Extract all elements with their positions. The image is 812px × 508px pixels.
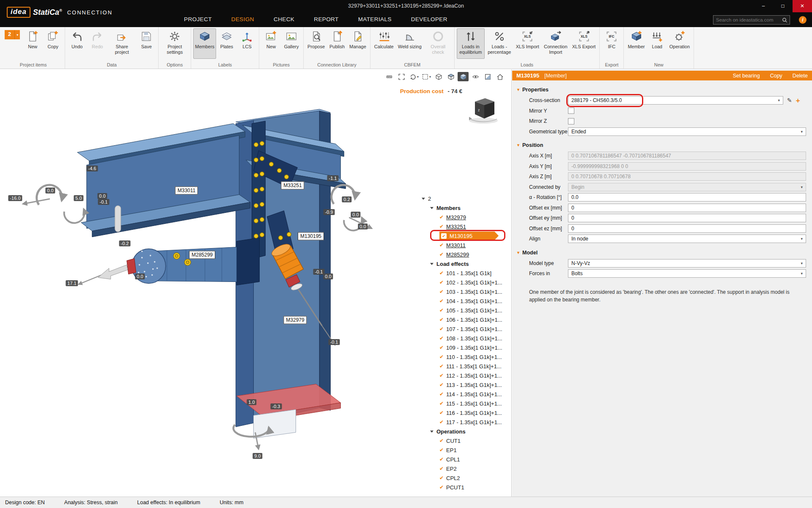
home-view-button[interactable] bbox=[494, 72, 505, 81]
ribbon-btn-load[interactable]: Load bbox=[647, 28, 667, 59]
member-label-m33251[interactable]: M33251 bbox=[281, 182, 304, 190]
mirror-y-checkbox[interactable] bbox=[568, 108, 574, 114]
view-wireframe-button[interactable] bbox=[433, 72, 444, 81]
action-copy[interactable]: Copy bbox=[770, 73, 782, 79]
tree-item-112-1-35x-1-g1k-1[interactable]: ✔112 - 1.35x[1 G1k]+1... bbox=[421, 371, 511, 380]
offset-ez-mm-input[interactable]: 0 bbox=[568, 224, 806, 233]
ribbon-btn-project-settings[interactable]: Project settings bbox=[161, 28, 189, 59]
offset-ex-mm-input[interactable]: 0 bbox=[568, 204, 806, 212]
action-delete[interactable]: Delete bbox=[793, 73, 808, 79]
model-type-select[interactable]: N-Vy-Vz▾ bbox=[568, 259, 806, 268]
check-icon[interactable]: ✔ bbox=[439, 438, 444, 444]
check-icon[interactable]: ✔ bbox=[439, 410, 444, 416]
ribbon-btn-manage[interactable]: Manage bbox=[348, 28, 368, 59]
tree-item-pcut1[interactable]: ✔PCUT1 bbox=[421, 483, 511, 492]
ribbon-btn-overall-check[interactable]: Overall check bbox=[424, 28, 452, 59]
tree-item-m33011[interactable]: ✔M33011 bbox=[421, 240, 511, 250]
tree-section-members[interactable]: Members bbox=[421, 203, 511, 213]
ribbon-btn-member[interactable]: Member bbox=[626, 28, 646, 59]
rotation-input[interactable]: 0.0 bbox=[568, 193, 806, 202]
mirror-z-checkbox[interactable] bbox=[568, 118, 574, 124]
align-select[interactable]: In node▾ bbox=[568, 235, 806, 243]
ribbon-btn-xls-export[interactable]: XLSXLS Export bbox=[571, 28, 598, 59]
ribbon-btn-xls-import[interactable]: XLSXLS Import bbox=[514, 28, 541, 59]
add-icon[interactable]: + bbox=[796, 97, 800, 104]
ribbon-btn-connection-import[interactable]: Connection Import bbox=[542, 28, 570, 59]
ribbon-btn-copy[interactable]: Copy bbox=[43, 28, 63, 59]
check-icon[interactable]: ✔ bbox=[439, 419, 444, 425]
menu-tab-report[interactable]: REPORT bbox=[304, 13, 348, 27]
ribbon-btn-loads-in-equilibrium[interactable]: Loads in equilibrium bbox=[457, 28, 485, 59]
ribbon-btn-new[interactable]: New bbox=[23, 28, 42, 59]
ribbon-btn-gallery[interactable]: Gallery bbox=[282, 28, 301, 59]
check-icon[interactable]: ✔ bbox=[439, 270, 444, 276]
section-position[interactable]: ▾Position bbox=[517, 142, 806, 148]
check-icon[interactable]: ✔ bbox=[439, 382, 444, 388]
visibility-button[interactable] bbox=[470, 72, 481, 81]
ribbon-btn-publish[interactable]: Publish bbox=[327, 28, 347, 59]
search-icon[interactable] bbox=[782, 17, 787, 23]
tree-item-106-1-35x-1-g1k-1[interactable]: ✔106 - 1.35x[1 G1k]+1... bbox=[421, 315, 511, 324]
dimensions-button[interactable] bbox=[384, 72, 395, 81]
ribbon-btn-plates[interactable]: Plates bbox=[217, 28, 236, 59]
tree-root[interactable]: 2 bbox=[421, 194, 511, 203]
info-icon[interactable]: i bbox=[799, 16, 807, 24]
ribbon-btn-ifc[interactable]: IFCIFC bbox=[602, 28, 621, 59]
tree-item-117-1-35x-1-g1k-1[interactable]: ✔117 - 1.35x[1 G1k]+1... bbox=[421, 417, 511, 427]
tree-item-116-1-35x-1-g1k-1[interactable]: ✔116 - 1.35x[1 G1k]+1... bbox=[421, 408, 511, 417]
ribbon-btn-new[interactable]: New bbox=[261, 28, 281, 59]
view-solid-button[interactable] bbox=[458, 72, 469, 81]
check-icon[interactable]: ✔ bbox=[439, 475, 444, 481]
menu-tab-design[interactable]: DESIGN bbox=[222, 13, 264, 27]
tree-item-m130195[interactable]: ✔M130195 bbox=[421, 231, 511, 240]
search-box[interactable] bbox=[713, 15, 790, 25]
section-model[interactable]: ▾Model bbox=[517, 250, 806, 256]
member-m285299-shape[interactable] bbox=[127, 247, 237, 284]
menu-tab-project[interactable]: PROJECT bbox=[174, 13, 222, 27]
action-set-bearing[interactable]: Set bearing bbox=[733, 73, 760, 79]
ribbon-btn-loads-percentage[interactable]: Loads - percentage bbox=[486, 28, 513, 59]
ribbon-btn-calculate[interactable]: Calculate bbox=[373, 28, 395, 59]
check-icon[interactable]: ✔ bbox=[439, 289, 444, 295]
check-icon[interactable]: ✔ bbox=[439, 391, 444, 397]
check-icon[interactable]: ✔ bbox=[439, 466, 444, 472]
ribbon-btn-propose[interactable]: Propose bbox=[306, 28, 326, 59]
forces-in-select[interactable]: Bolts▾ bbox=[568, 269, 806, 278]
zoom-fit-button[interactable] bbox=[396, 72, 407, 81]
check-icon[interactable]: ✔ bbox=[439, 400, 444, 406]
cross-section-select[interactable]: 288179 - CHS60.3/5.0▾ bbox=[568, 96, 783, 105]
view-shaded-button[interactable] bbox=[445, 72, 456, 81]
menu-tab-materials[interactable]: MATERIALS bbox=[348, 13, 401, 27]
model-viewport[interactable]: ▾▾ Production cost - 74 € z -4.60.0-16.0… bbox=[0, 69, 512, 497]
axis-y-m-input[interactable]: -0.999999998321968 0 0 bbox=[568, 162, 806, 171]
check-icon[interactable]: ✔ bbox=[439, 354, 444, 360]
member-label-m285299[interactable]: M285299 bbox=[189, 251, 215, 259]
menu-tab-developer[interactable]: DEVELOPER bbox=[401, 13, 457, 27]
offset-ey-mm-input[interactable]: 0 bbox=[568, 214, 806, 222]
check-icon[interactable]: ✔ bbox=[439, 447, 444, 453]
checkbox-checked-icon[interactable]: ✔ bbox=[441, 233, 447, 239]
check-icon[interactable]: ✔ bbox=[439, 242, 444, 248]
tree-item-m285299[interactable]: ✔M285299 bbox=[421, 250, 511, 259]
member-label-m32979[interactable]: M32979 bbox=[283, 316, 307, 324]
view-cube[interactable]: z bbox=[466, 92, 502, 126]
connected-by-select[interactable]: Begin▾ bbox=[568, 183, 806, 191]
tree-item-ep2[interactable]: ✔EP2 bbox=[421, 464, 511, 473]
axis-z-m-input[interactable]: 0 0.70710678 0.70710678 bbox=[568, 172, 806, 181]
maximize-button[interactable]: □ bbox=[773, 0, 793, 12]
check-icon[interactable]: ✔ bbox=[439, 345, 444, 351]
tree-item-111-1-35x-1-g1k-1[interactable]: ✔111 - 1.35x[1 G1k]+1... bbox=[421, 362, 511, 371]
tree-item-114-1-35x-1-g1k-1[interactable]: ✔114 - 1.35x[1 G1k]+1... bbox=[421, 389, 511, 399]
tree-item-113-1-35x-1-g1k-1[interactable]: ✔113 - 1.35x[1 G1k]+1... bbox=[421, 380, 511, 389]
ribbon-btn-members[interactable]: Members bbox=[193, 28, 216, 59]
section-properties[interactable]: ▾Properties bbox=[517, 87, 806, 93]
member-label-m130195[interactable]: M130195 bbox=[298, 232, 324, 240]
ribbon-btn-redo[interactable]: Redo bbox=[88, 28, 107, 59]
check-icon[interactable]: ✔ bbox=[439, 317, 444, 323]
ribbon-btn-lcs[interactable]: LCS bbox=[237, 28, 257, 59]
tree-item-115-1-35x-1-g1k-1[interactable]: ✔115 - 1.35x[1 G1k]+1... bbox=[421, 399, 511, 408]
project-item-selector[interactable]: 2▾ bbox=[5, 30, 20, 39]
tree-item-102-1-35x-1-g1k-1[interactable]: ✔102 - 1.35x[1 G1k]+1... bbox=[421, 278, 511, 287]
tree-item-ep1[interactable]: ✔EP1 bbox=[421, 445, 511, 455]
axis-x-m-input[interactable]: 0 0.707106781186547 -0.707106781186547 bbox=[568, 152, 806, 160]
